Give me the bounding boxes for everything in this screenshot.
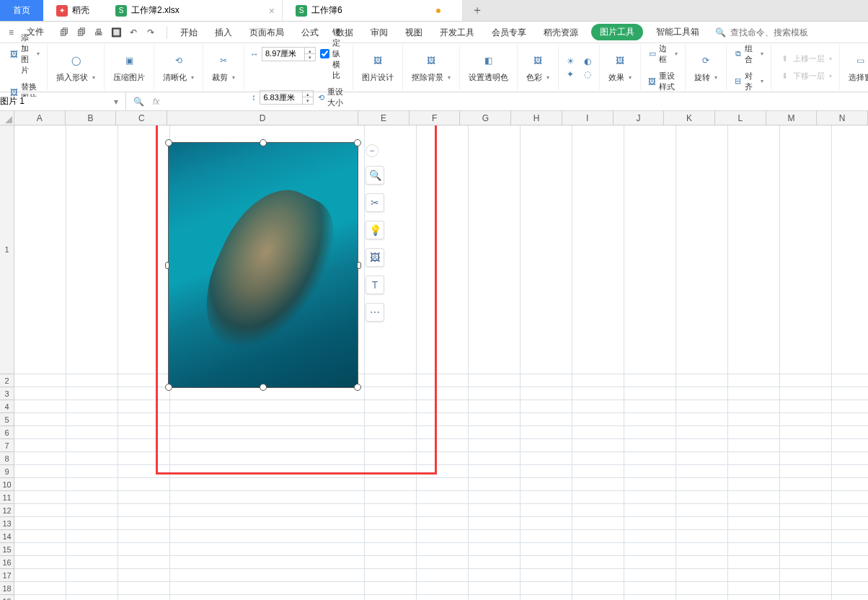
col-header-L[interactable]: L	[715, 111, 766, 125]
row-header-14[interactable]: 14	[0, 530, 14, 543]
select-pane-button[interactable]: ▭选择窗	[846, 50, 868, 84]
col-header-B[interactable]: B	[66, 111, 117, 125]
sharp-icon[interactable]: ✦	[564, 69, 576, 80]
row-header-8[interactable]: 8	[0, 452, 14, 465]
close-icon[interactable]: ×	[269, 5, 275, 17]
zoom-icon[interactable]: 🔍	[133, 97, 144, 107]
row-header-11[interactable]: 11	[0, 491, 14, 504]
height-input[interactable]: ▴▾	[260, 90, 314, 105]
row-header-7[interactable]: 7	[0, 439, 14, 452]
rt-review[interactable]: 审阅	[362, 22, 397, 43]
rt-view[interactable]: 视图	[397, 22, 431, 43]
row-header-15[interactable]: 15	[0, 543, 14, 556]
tab-file2[interactable]: S 工作簿6	[283, 0, 463, 21]
name-box[interactable]: ▾	[0, 92, 126, 110]
spin-down-icon[interactable]: ▾	[303, 97, 313, 104]
compress-button[interactable]: ▣压缩图片	[110, 50, 148, 84]
brightness-icon[interactable]: ☀	[564, 56, 576, 67]
row-header-9[interactable]: 9	[0, 465, 14, 478]
rt-doke[interactable]: 稻壳资源	[535, 22, 587, 43]
resize-handle-tl[interactable]	[165, 139, 172, 146]
height-field[interactable]	[260, 93, 302, 102]
row-header-1[interactable]: 1	[0, 125, 14, 374]
zoom-button[interactable]: 🔍	[366, 166, 384, 185]
col-header-I[interactable]: I	[562, 111, 614, 125]
transparent-button[interactable]: ◧设置透明色	[466, 50, 511, 84]
lock-ratio-checkbox[interactable]: 锁定纵横比	[319, 25, 347, 82]
name-box-input[interactable]	[0, 97, 111, 107]
spin-up-icon[interactable]: ▴	[303, 91, 313, 97]
row-header-3[interactable]: 3	[0, 387, 14, 400]
row-header-17[interactable]: 17	[0, 569, 14, 582]
row-header-4[interactable]: 4	[0, 400, 14, 413]
rt-start[interactable]: 开始	[172, 22, 206, 43]
resize-handle-br[interactable]	[354, 384, 361, 391]
col-header-F[interactable]: F	[409, 111, 461, 125]
effects-button[interactable]: 🖼效果▾	[606, 50, 634, 84]
tab-doke[interactable]: ✦ 稻壳	[43, 0, 102, 21]
remove-bg-button[interactable]: 🖼抠除背景▾	[409, 50, 453, 84]
rt-vip[interactable]: 会员专享	[483, 22, 535, 43]
more-button[interactable]: ⋯	[366, 303, 384, 322]
smart-toolbox-tab[interactable]: 智能工具箱	[647, 26, 708, 38]
extract-button[interactable]: 🖼	[366, 248, 384, 267]
text-button[interactable]: T	[366, 275, 384, 294]
resize-handle-ml[interactable]	[165, 262, 169, 269]
fx-icon[interactable]: fx	[153, 97, 159, 107]
border-button[interactable]: ▭边框▾	[647, 42, 679, 66]
row-header-10[interactable]: 10	[0, 478, 14, 491]
row-header-6[interactable]: 6	[0, 426, 14, 439]
tab-add[interactable]: ＋	[463, 0, 492, 21]
col-header-G[interactable]: G	[460, 111, 511, 125]
row-header-12[interactable]: 12	[0, 504, 14, 517]
col-header-E[interactable]: E	[358, 111, 409, 125]
qat-redo-icon[interactable]: ↷	[145, 27, 156, 38]
col-header-J[interactable]: J	[614, 111, 665, 125]
resize-handle-tr[interactable]	[354, 139, 361, 146]
reset-style-button[interactable]: 🖼重设样式	[647, 69, 679, 94]
row-header-2[interactable]: 2	[0, 374, 14, 387]
soft-icon[interactable]: ◌	[582, 69, 593, 80]
spin-down-icon[interactable]: ▾	[305, 54, 315, 61]
col-header-C[interactable]: C	[116, 111, 167, 125]
tab-file1[interactable]: S 工作簿2.xlsx ×	[102, 0, 283, 21]
qat-print-icon[interactable]: 🖶	[93, 27, 105, 38]
qat-saveas-icon[interactable]: 🗐	[76, 27, 87, 38]
command-search[interactable]: 🔍	[709, 27, 864, 38]
reset-size-button[interactable]: ⟲重设大小	[316, 85, 347, 110]
command-search-input[interactable]	[730, 27, 831, 38]
qat-preview-icon[interactable]: 🔲	[110, 27, 122, 38]
qat-undo-icon[interactable]: ↶	[128, 27, 139, 38]
rotate-button[interactable]: ⟳旋转▾	[691, 50, 720, 84]
grid-cells[interactable]	[14, 125, 868, 600]
pic-design-button[interactable]: 🖼图片设计	[359, 50, 397, 84]
col-header-D[interactable]: D	[167, 111, 358, 125]
grid[interactable]	[14, 125, 868, 600]
color-button[interactable]: 🖼色彩▾	[523, 50, 552, 84]
tab-home[interactable]: 首页	[0, 0, 43, 21]
col-header-M[interactable]: M	[766, 111, 818, 125]
contrast-icon[interactable]: ◐	[582, 56, 593, 67]
resize-handle-bl[interactable]	[165, 384, 172, 391]
qat-save-icon[interactable]: 🗐	[58, 27, 70, 38]
crop-button[interactable]: ✂裁剪▾	[209, 50, 238, 84]
lock-ratio-input[interactable]	[320, 49, 329, 58]
resize-handle-tm[interactable]	[260, 139, 267, 146]
col-header-N[interactable]: N	[817, 111, 868, 125]
row-header-18[interactable]: 18	[0, 582, 14, 595]
inserted-image[interactable]	[168, 142, 358, 388]
rt-insert[interactable]: 插入	[206, 22, 241, 43]
collapse-button[interactable]: −	[366, 144, 378, 157]
select-all-corner[interactable]	[0, 111, 14, 125]
row-header-16[interactable]: 16	[0, 556, 14, 569]
add-image-button[interactable]: 🖼添加图片▾	[9, 31, 41, 77]
resize-handle-mr[interactable]	[357, 262, 361, 269]
spin-up-icon[interactable]: ▴	[305, 48, 315, 54]
width-field[interactable]	[262, 50, 304, 58]
group-button[interactable]: ⧉组合▾	[732, 42, 765, 66]
picture-tools-tab[interactable]: 图片工具	[591, 24, 643, 40]
bulb-button[interactable]: 💡	[366, 221, 384, 239]
row-header-13[interactable]: 13	[0, 517, 14, 530]
clarity-button[interactable]: ⟲清晰化▾	[160, 50, 197, 84]
row-header-19[interactable]: 19	[0, 595, 14, 600]
